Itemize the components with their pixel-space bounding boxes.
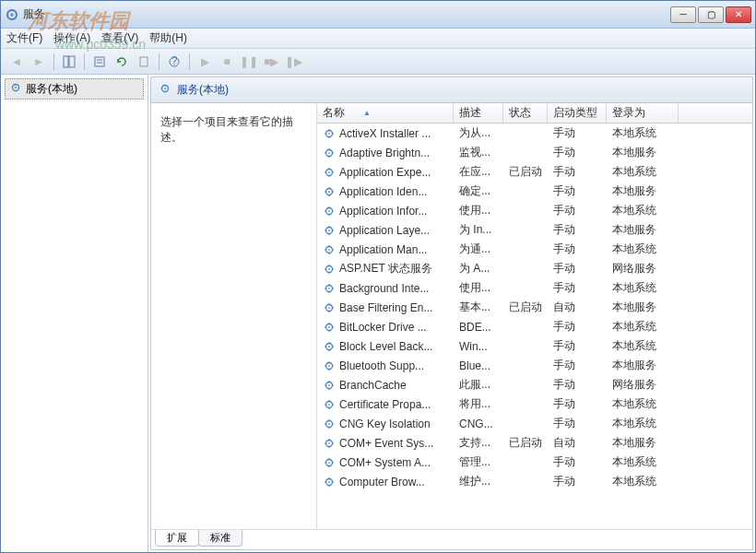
service-row[interactable]: BitLocker Drive ...BDE...手动本地系统 [317, 317, 752, 336]
service-row[interactable]: COM+ Event Sys...支持...已启动自动本地服务 [317, 433, 752, 453]
stop-service-button[interactable]: ■ [217, 52, 237, 72]
titlebar[interactable]: 服务 ─ ▢ ✕ [1, 1, 755, 29]
list-header: 名称▲ 描述 状态 启动类型 登录为 [317, 103, 752, 124]
cell-description: 管理... [454, 454, 503, 470]
cell-logon: 本地服务 [607, 300, 679, 315]
menubar: 文件(F) 操作(A) 查看(V) 帮助(H) [1, 29, 755, 49]
cell-startup: 手动 [548, 338, 607, 354]
gear-icon [323, 263, 336, 276]
service-row[interactable]: Application Expe...在应...已启动手动本地系统 [317, 162, 752, 182]
service-name: Bluetooth Supp... [339, 359, 424, 372]
show-hide-button[interactable] [59, 52, 79, 72]
column-status[interactable]: 状态 [503, 103, 548, 123]
restart-service-button[interactable]: ■▶ [261, 52, 281, 72]
cell-description: 使用... [454, 280, 503, 296]
svg-text:?: ? [171, 55, 178, 67]
service-row[interactable]: Application Man...为通...手动本地系统 [317, 240, 752, 259]
menu-help[interactable]: 帮助(H) [149, 30, 187, 46]
tree-root-services-local[interactable]: 服务(本地) [5, 78, 144, 100]
cell-startup: 手动 [548, 183, 607, 199]
service-name: BitLocker Drive ... [339, 321, 427, 334]
gear-icon [323, 205, 336, 218]
help-button[interactable]: ? [164, 52, 184, 72]
service-name: CNG Key Isolation [339, 418, 431, 430]
service-row[interactable]: COM+ System A...管理...手动本地系统 [317, 453, 752, 472]
cell-logon: 本地系统 [607, 416, 679, 431]
svg-rect-4 [95, 57, 104, 66]
service-row[interactable]: Bluetooth Supp...Blue...手动本地服务 [317, 356, 752, 375]
service-row[interactable]: Certificate Propa...将用...手动本地系统 [317, 394, 752, 414]
tab-standard[interactable]: 标准 [198, 530, 242, 547]
service-row[interactable]: Application Infor...使用...手动本地系统 [317, 201, 752, 220]
menu-action[interactable]: 操作(A) [53, 30, 90, 46]
cell-description: 为 A... [454, 261, 503, 276]
details-body: 选择一个项目来查看它的描述。 名称▲ 描述 状态 启动类型 登录为 Active… [151, 103, 752, 529]
cell-startup: 手动 [548, 125, 607, 141]
service-name: Base Filtering En... [339, 301, 432, 314]
service-row[interactable]: Application Laye...为 In...手动本地服务 [317, 220, 752, 240]
service-row[interactable]: ActiveX Installer ...为从...手动本地系统 [317, 124, 752, 143]
properties-button[interactable] [89, 52, 110, 72]
cell-name: Application Laye... [317, 224, 454, 237]
cell-logon: 本地系统 [607, 338, 679, 354]
services-window: 河东软件园 www.pc0359.cn 服务 ─ ▢ ✕ 文件(F) 操作(A)… [0, 0, 756, 553]
window-title: 服务 [23, 6, 670, 22]
forward-button[interactable]: ► [29, 52, 49, 72]
gear-icon [323, 301, 336, 314]
menu-file[interactable]: 文件(F) [6, 30, 42, 46]
column-description[interactable]: 描述 [454, 103, 503, 123]
service-row[interactable]: Computer Brow...维护...手动本地系统 [317, 472, 752, 491]
service-row[interactable]: Background Inte...使用...手动本地系统 [317, 278, 752, 298]
service-row[interactable]: Application Iden...确定...手动本地服务 [317, 182, 752, 201]
svg-point-69 [328, 307, 330, 309]
service-row[interactable]: ASP.NET 状态服务为 A...手动网络服务 [317, 259, 752, 278]
cell-name: BitLocker Drive ... [317, 321, 454, 334]
svg-point-13 [164, 88, 166, 89]
menu-view[interactable]: 查看(V) [101, 30, 138, 46]
svg-point-21 [328, 152, 330, 154]
svg-point-51 [328, 249, 330, 251]
cell-name: Application Expe... [317, 166, 454, 179]
service-row[interactable]: BranchCache此服...手动网络服务 [317, 375, 752, 394]
start-service-button[interactable]: ▶ [195, 52, 215, 72]
pause-service-button[interactable]: ❚❚ [239, 52, 259, 72]
svg-point-123 [328, 481, 330, 483]
column-logon-as[interactable]: 登录为 [607, 103, 679, 123]
gear-icon [323, 147, 336, 159]
service-row[interactable]: CNG Key IsolationCNG...手动本地系统 [317, 414, 752, 433]
back-button[interactable]: ◄ [6, 52, 27, 72]
cell-name: BranchCache [317, 379, 454, 392]
refresh-button[interactable] [112, 52, 132, 72]
cell-name: COM+ Event Sys... [317, 437, 454, 450]
cell-description: 基本... [454, 300, 503, 315]
gear-icon [159, 82, 171, 98]
export-button[interactable] [134, 52, 154, 72]
service-name: ActiveX Installer ... [339, 127, 431, 140]
resume-service-button[interactable]: ❚▶ [283, 52, 303, 72]
window-controls: ─ ▢ ✕ [670, 6, 751, 23]
svg-point-27 [328, 171, 330, 173]
cell-startup: 手动 [548, 396, 607, 412]
service-name: Application Man... [339, 243, 427, 256]
list-rows[interactable]: ActiveX Installer ...为从...手动本地系统Adaptive… [317, 124, 752, 529]
cell-status: 已启动 [503, 300, 548, 315]
service-row[interactable]: Block Level Back...Win...手动本地系统 [317, 336, 752, 356]
cell-name: Background Inte... [317, 282, 454, 295]
gear-icon [323, 224, 336, 237]
gear-icon [323, 359, 336, 372]
cell-name: Certificate Propa... [317, 398, 454, 411]
column-name[interactable]: 名称▲ [317, 103, 454, 123]
tab-extended[interactable]: 扩展 [155, 530, 199, 547]
details-header: 服务(本地) [151, 77, 752, 103]
minimize-button[interactable]: ─ [670, 6, 696, 23]
cell-logon: 网络服务 [607, 261, 679, 276]
service-name: Background Inte... [339, 282, 429, 295]
service-row[interactable]: Adaptive Brightn...监视...手动本地服务 [317, 143, 752, 162]
maximize-button[interactable]: ▢ [698, 6, 724, 23]
svg-point-93 [328, 384, 330, 386]
close-button[interactable]: ✕ [726, 6, 751, 23]
svg-rect-2 [64, 56, 68, 67]
column-startup-type[interactable]: 启动类型 [548, 103, 607, 123]
service-row[interactable]: Base Filtering En...基本...已启动自动本地服务 [317, 298, 752, 317]
service-name: Application Expe... [339, 166, 431, 179]
